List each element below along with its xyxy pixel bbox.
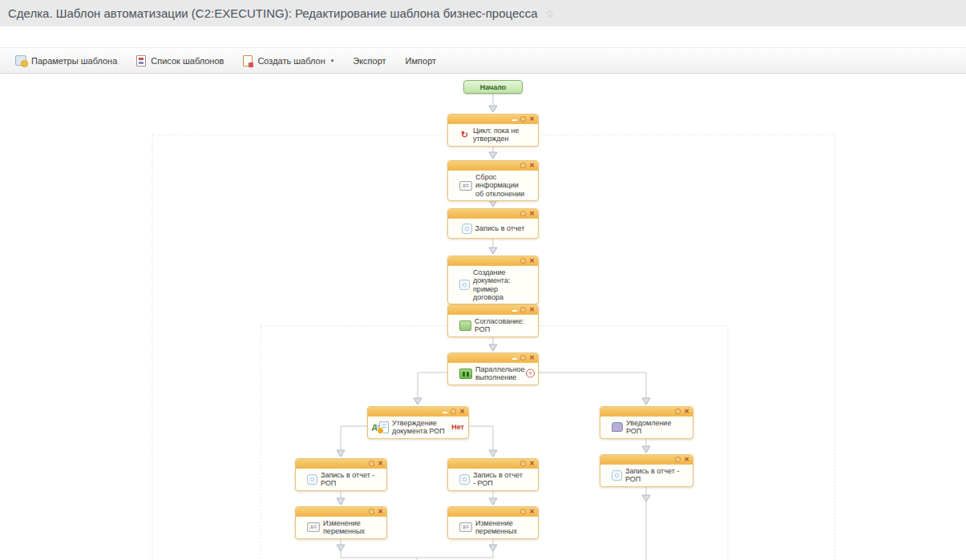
- add-branch-button[interactable]: +: [526, 369, 535, 378]
- connector-line: [539, 373, 646, 405]
- node-body: Запись в отчет: [448, 219, 538, 238]
- settings-gear-icon[interactable]: [675, 409, 681, 414]
- connector-line: [341, 426, 367, 457]
- close-icon[interactable]: ✕: [684, 408, 689, 415]
- parallel-icon: [459, 369, 472, 379]
- toolbar-button-template-parameters[interactable]: Параметры шаблона: [6, 52, 126, 69]
- arrowhead-icon: [414, 398, 422, 405]
- page-title-bar: Сделка. Шаблон автоматизации (C2:EXECUTI…: [0, 0, 966, 26]
- close-icon[interactable]: ✕: [529, 210, 535, 217]
- arrowhead-icon: [337, 545, 345, 551]
- flow-node-change-variables-mid[interactable]: ✕x=Изменение переменных: [447, 506, 539, 539]
- node-header: ✕: [448, 161, 538, 171]
- close-icon[interactable]: ✕: [378, 460, 383, 467]
- report-icon: [459, 474, 470, 485]
- close-icon[interactable]: ✕: [529, 354, 535, 361]
- minimize-icon[interactable]: [512, 358, 517, 360]
- toolbar-button-label: Импорт: [406, 56, 436, 66]
- toolbar-button-template-list[interactable]: Список шаблонов: [127, 52, 232, 70]
- node-header: ✕: [448, 209, 538, 219]
- flow-node-notify-rop[interactable]: ✕Уведомление РОП: [600, 406, 693, 439]
- node-body: Уведомление РОП: [600, 417, 693, 438]
- node-header: ✕: [448, 305, 538, 315]
- node-header: ✕: [448, 256, 538, 266]
- favorite-star-icon[interactable]: ☆: [545, 7, 556, 20]
- flow-node-start[interactable]: Начало: [463, 80, 523, 94]
- report-icon: [307, 474, 317, 485]
- settings-gear-icon[interactable]: [451, 409, 456, 414]
- settings-gear-icon[interactable]: [520, 307, 526, 312]
- settings-gear-icon[interactable]: [520, 509, 526, 514]
- node-header: ✕: [448, 459, 538, 469]
- settings-gear-icon[interactable]: [520, 211, 526, 216]
- close-icon[interactable]: ✕: [529, 257, 535, 264]
- settings-gear-icon[interactable]: [520, 163, 526, 168]
- node-header: ✕: [448, 115, 538, 124]
- node-label: Запись в отчет - РОП: [473, 471, 527, 488]
- toolbar-button-export[interactable]: Экспорт: [344, 53, 394, 69]
- close-icon[interactable]: ✕: [529, 115, 535, 123]
- settings-gear-icon[interactable]: [520, 461, 526, 466]
- loop-icon: ↻: [459, 131, 470, 139]
- flow-node-approval-rop[interactable]: ✕Согласование: РОП: [447, 304, 539, 337]
- close-icon[interactable]: ✕: [529, 306, 535, 313]
- toolbar-button-create-template[interactable]: Создать шаблон▾: [234, 52, 342, 70]
- flow-node-parallel[interactable]: ✕Параллельное выполнение+: [447, 353, 539, 385]
- flow-node-reset-info[interactable]: ✕x=Сброс информации об отклонении: [447, 160, 539, 201]
- node-label: Изменение переменных: [323, 519, 375, 536]
- document-icon: [459, 280, 470, 290]
- template-settings-icon: [15, 55, 26, 66]
- minimize-icon[interactable]: [512, 310, 517, 312]
- node-header: ✕: [368, 407, 468, 417]
- close-icon[interactable]: ✕: [684, 456, 689, 463]
- settings-gear-icon[interactable]: [369, 461, 374, 466]
- arrowhead-icon: [489, 106, 497, 112]
- flow-node-change-variables-left[interactable]: ✕x=Изменение переменных: [295, 506, 387, 539]
- node-body: x=Сброс информации об отклонении: [448, 171, 538, 200]
- node-label: Изменение переменных: [475, 519, 527, 536]
- close-icon[interactable]: ✕: [529, 162, 535, 169]
- variables-icon: x=: [459, 522, 472, 532]
- arrowhead-icon: [489, 498, 497, 505]
- settings-gear-icon[interactable]: [520, 355, 526, 361]
- dropdown-caret-icon: ▾: [331, 58, 334, 64]
- arrowhead-icon: [489, 200, 497, 207]
- minimize-icon[interactable]: [443, 412, 447, 413]
- connector-line: [341, 551, 493, 558]
- node-header: ✕: [600, 455, 693, 465]
- flow-node-loop[interactable]: ✕↻Цикл: пока не утвержден: [447, 114, 539, 147]
- node-label: Параллельное выполнение: [475, 365, 527, 382]
- flow-node-report-1[interactable]: ✕Запись в отчет: [447, 208, 539, 239]
- close-icon[interactable]: ✕: [459, 408, 465, 415]
- settings-gear-icon[interactable]: [520, 258, 526, 264]
- close-icon[interactable]: ✕: [529, 508, 535, 515]
- node-label: Запись в отчет: [475, 224, 525, 232]
- settings-gear-icon[interactable]: [520, 116, 526, 122]
- toolbar-button-label: Список шаблонов: [151, 56, 224, 66]
- settings-gear-icon[interactable]: [675, 457, 681, 462]
- flow-node-report-rop-mid[interactable]: ✕Запись в отчет - РОП: [447, 458, 539, 491]
- settings-gear-icon[interactable]: [369, 509, 374, 514]
- node-header: ✕: [296, 459, 386, 469]
- flow-node-report-rop-left[interactable]: ✕Запись в отчет - РОП: [295, 458, 387, 491]
- arrowhead-icon: [489, 344, 497, 351]
- close-icon[interactable]: ✕: [378, 508, 383, 515]
- create-template-icon: [243, 55, 253, 66]
- arrowhead-icon: [489, 545, 497, 551]
- flow-node-report-rop-right[interactable]: ✕Запись в отчет - РОП: [600, 454, 693, 487]
- arrowhead-icon: [489, 248, 497, 254]
- no-branch-label: Нет: [451, 423, 464, 431]
- flow-node-create-document[interactable]: ✕Создание документа: пример договора: [447, 256, 539, 304]
- node-body: x=Изменение переменных: [448, 517, 538, 538]
- node-body: Запись в отчет - РОП: [296, 469, 386, 490]
- toolbar-button-import[interactable]: Импорт: [397, 53, 445, 69]
- toolbar-button-label: Параметры шаблона: [31, 56, 117, 66]
- template-list-icon: [136, 55, 146, 66]
- flow-node-approve-document-rop[interactable]: ✕ДаУтверждение документа РОПНет: [367, 406, 469, 439]
- close-icon[interactable]: ✕: [529, 460, 535, 467]
- node-label: Сброс информации об отклонении: [475, 173, 527, 198]
- node-label: Согласование: РОП: [475, 317, 527, 334]
- connector-line: [469, 426, 493, 457]
- minimize-icon[interactable]: [512, 119, 517, 121]
- node-label: Запись в отчет - РОП: [321, 471, 375, 488]
